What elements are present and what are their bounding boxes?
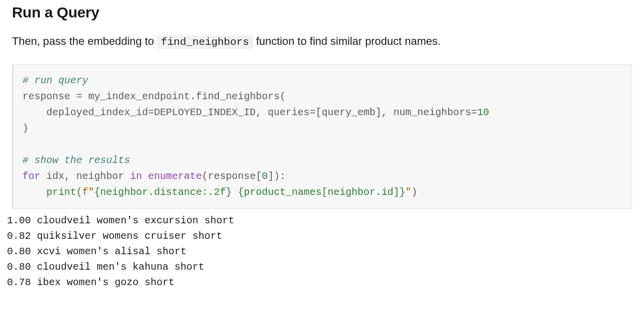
code-fstring-expr: {product_names[neighbor.id]} bbox=[238, 186, 405, 198]
code-comment: # run query bbox=[22, 75, 88, 86]
code-number: 10 bbox=[477, 107, 489, 118]
code-op: = bbox=[310, 107, 316, 118]
code-text: my_index_endpoint bbox=[82, 91, 190, 102]
description-after: function to find similar product names. bbox=[253, 35, 441, 47]
code-text bbox=[142, 170, 148, 182]
code-indent bbox=[22, 186, 46, 198]
code-block: # run query response = my_index_endpoint… bbox=[12, 64, 632, 209]
code-op: = bbox=[148, 107, 154, 118]
code-paren: ) bbox=[22, 123, 28, 134]
code-op: = bbox=[76, 91, 82, 102]
code-op: = bbox=[471, 107, 477, 118]
code-builtin: print bbox=[46, 186, 76, 198]
code-string: " bbox=[405, 186, 411, 198]
inline-code: find_neighbors bbox=[157, 35, 253, 49]
code-builtin: enumerate bbox=[148, 170, 202, 182]
code-comment: # show the results bbox=[22, 155, 130, 166]
code-paren: ) bbox=[411, 186, 417, 198]
code-text: deployed_index_id bbox=[22, 107, 148, 118]
code-text: [query_emb], num_neighbors bbox=[316, 107, 471, 118]
code-text: (response[ bbox=[202, 170, 262, 182]
code-text: find_neighbors( bbox=[196, 91, 286, 102]
code-keyword: in bbox=[130, 170, 142, 182]
code-fstring-expr: {neighbor.distance:.2f} bbox=[94, 186, 232, 198]
code-paren: ( bbox=[76, 186, 82, 198]
description-before: Then, pass the embedding to bbox=[12, 35, 157, 47]
code-keyword: for bbox=[22, 170, 40, 182]
code-text: idx, neighbor bbox=[40, 170, 130, 182]
code-op: . bbox=[190, 91, 196, 102]
code-number: 0 bbox=[262, 170, 268, 182]
section-heading: Run a Query bbox=[12, 4, 632, 21]
code-string bbox=[232, 186, 238, 198]
document-section: Run a Query Then, pass the embedding to … bbox=[0, 0, 644, 300]
output-block: 1.00 cloudveil women's excursion short 0… bbox=[7, 209, 632, 290]
code-text: response bbox=[22, 91, 76, 102]
code-text: DEPLOYED_INDEX_ID, queries bbox=[154, 107, 310, 118]
section-description: Then, pass the embedding to find_neighbo… bbox=[12, 33, 632, 50]
code-string: f" bbox=[82, 186, 94, 198]
code-text: ]): bbox=[268, 170, 286, 182]
